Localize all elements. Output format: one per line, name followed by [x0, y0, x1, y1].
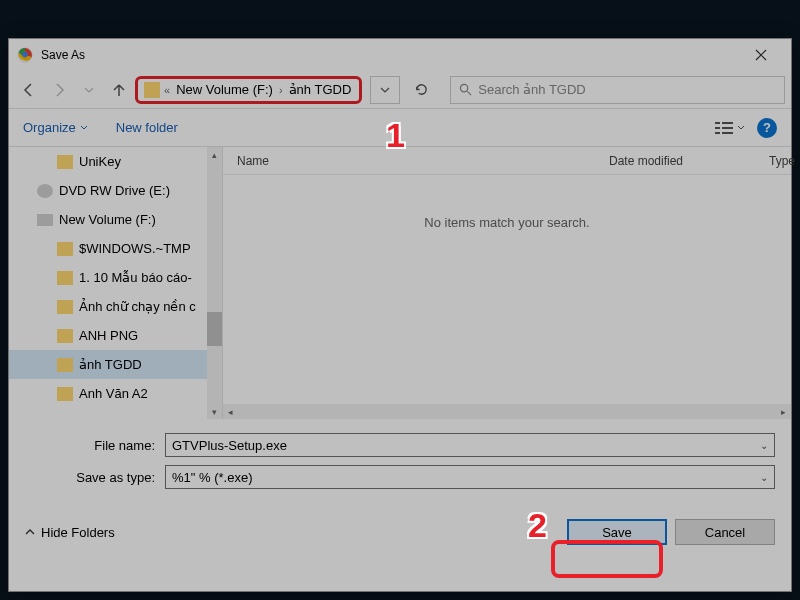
- scroll-up-icon[interactable]: ▴: [207, 147, 222, 162]
- path-dropdown[interactable]: [370, 76, 400, 104]
- filename-label: File name:: [25, 438, 165, 453]
- list-header: Name Date modified Type: [223, 147, 791, 175]
- tree-item[interactable]: Anh Văn A2: [9, 379, 209, 408]
- drive-icon: [37, 214, 53, 226]
- tree-item-label: $WINDOWS.~TMP: [79, 241, 191, 256]
- back-button[interactable]: [15, 76, 43, 104]
- scroll-right-icon[interactable]: ▸: [776, 404, 791, 419]
- empty-message: No items match your search.: [223, 175, 791, 404]
- svg-rect-4: [715, 127, 720, 129]
- disc-icon: [37, 184, 53, 198]
- scroll-thumb[interactable]: [207, 312, 222, 346]
- folder-tree[interactable]: UniKeyDVD RW Drive (E:)New Volume (F:)$W…: [9, 147, 223, 419]
- new-folder-button[interactable]: New folder: [116, 120, 178, 135]
- organize-button[interactable]: Organize: [23, 120, 88, 135]
- folder-icon: [144, 82, 160, 98]
- recent-dropdown-icon[interactable]: [75, 76, 103, 104]
- folder-icon: [57, 271, 73, 285]
- svg-rect-6: [722, 122, 733, 124]
- svg-rect-7: [722, 127, 733, 129]
- hide-folders-button[interactable]: Hide Folders: [25, 525, 115, 540]
- search-input[interactable]: Search ảnh TGDD: [450, 76, 785, 104]
- tree-item-label: Anh Văn A2: [79, 386, 148, 401]
- save-button[interactable]: Save: [567, 519, 667, 545]
- dialog-title: Save As: [41, 48, 738, 62]
- footer: Hide Folders Save Cancel: [9, 501, 791, 559]
- column-name[interactable]: Name: [223, 154, 595, 168]
- folder-icon: [57, 358, 73, 372]
- tree-scrollbar[interactable]: ▴ ▾: [207, 147, 222, 419]
- svg-rect-3: [715, 122, 720, 124]
- titlebar: Save As: [9, 39, 791, 71]
- svg-rect-8: [722, 132, 733, 134]
- tree-item[interactable]: DVD RW Drive (E:): [9, 176, 209, 205]
- folder-icon: [57, 155, 73, 169]
- breadcrumb[interactable]: « New Volume (F:) › ảnh TGDD: [135, 76, 362, 104]
- breadcrumb-overflow: «: [164, 84, 170, 96]
- tree-item[interactable]: UniKey: [9, 147, 209, 176]
- tree-item[interactable]: 1. 10 Mẫu báo cáo-: [9, 263, 209, 292]
- svg-rect-5: [715, 132, 720, 134]
- tree-item-label: ảnh TGDD: [79, 357, 142, 372]
- help-button[interactable]: ?: [757, 118, 777, 138]
- breadcrumb-segment[interactable]: ảnh TGDD: [287, 82, 354, 97]
- chevron-down-icon: [737, 124, 745, 132]
- cancel-button[interactable]: Cancel: [675, 519, 775, 545]
- folder-icon: [57, 242, 73, 256]
- close-button[interactable]: [738, 40, 783, 70]
- folder-icon: [57, 329, 73, 343]
- tree-item[interactable]: Ảnh chữ chạy nền c: [9, 292, 209, 321]
- tree-item-label: DVD RW Drive (E:): [59, 183, 170, 198]
- chevron-right-icon: ›: [279, 84, 283, 96]
- forward-button[interactable]: [45, 76, 73, 104]
- scroll-down-icon[interactable]: ▾: [207, 404, 222, 419]
- chevron-down-icon[interactable]: ⌄: [760, 472, 768, 483]
- tree-item[interactable]: $WINDOWS.~TMP: [9, 234, 209, 263]
- callout-2: 2: [528, 506, 547, 545]
- main-area: UniKeyDVD RW Drive (E:)New Volume (F:)$W…: [9, 147, 791, 419]
- tree-item-label: ANH PNG: [79, 328, 138, 343]
- nav-bar: « New Volume (F:) › ảnh TGDD Search ảnh …: [9, 71, 791, 109]
- savetype-select[interactable]: %1" % (*.exe) ⌄: [165, 465, 775, 489]
- tree-item[interactable]: ảnh TGDD: [9, 350, 209, 379]
- view-icon: [715, 121, 733, 135]
- scroll-left-icon[interactable]: ◂: [223, 404, 238, 419]
- column-date[interactable]: Date modified: [595, 154, 755, 168]
- search-icon: [459, 83, 472, 96]
- chevron-down-icon[interactable]: ⌄: [760, 440, 768, 451]
- file-list: Name Date modified Type No items match y…: [223, 147, 791, 419]
- form-area: File name: GTVPlus-Setup.exe ⌄ Save as t…: [9, 419, 791, 501]
- tree-item-label: UniKey: [79, 154, 121, 169]
- folder-icon: [57, 387, 73, 401]
- folder-icon: [57, 300, 73, 314]
- chevron-up-icon: [25, 527, 35, 537]
- chevron-down-icon: [80, 124, 88, 132]
- search-placeholder: Search ảnh TGDD: [478, 82, 585, 97]
- tree-item-label: 1. 10 Mẫu báo cáo-: [79, 270, 192, 285]
- breadcrumb-segment[interactable]: New Volume (F:): [174, 82, 275, 97]
- refresh-button[interactable]: [406, 76, 436, 104]
- tree-item[interactable]: ANH PNG: [9, 321, 209, 350]
- chrome-icon: [17, 47, 33, 63]
- list-hscrollbar[interactable]: ◂ ▸: [223, 404, 791, 419]
- svg-point-2: [461, 84, 468, 91]
- tree-item-label: New Volume (F:): [59, 212, 156, 227]
- up-button[interactable]: [105, 76, 133, 104]
- callout-1: 1: [386, 116, 405, 155]
- tree-item-label: Ảnh chữ chạy nền c: [79, 299, 196, 314]
- savetype-label: Save as type:: [25, 470, 165, 485]
- filename-input[interactable]: GTVPlus-Setup.exe ⌄: [165, 433, 775, 457]
- view-options-button[interactable]: [715, 121, 745, 135]
- column-type[interactable]: Type: [755, 154, 791, 168]
- tree-item[interactable]: New Volume (F:): [9, 205, 209, 234]
